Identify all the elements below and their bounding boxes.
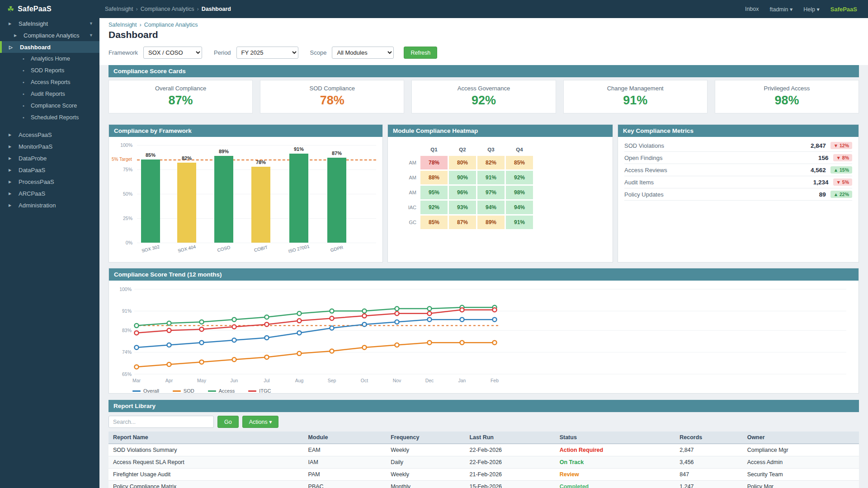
trend-chart: 100%91%83%74%65%MarAprMayJunJulAugSepOct…: [109, 281, 859, 387]
trend-point: [297, 352, 302, 356]
score-card-value: 78%: [262, 94, 402, 108]
trend-line-overall: [137, 319, 495, 347]
sidebar-item-arcpaas[interactable]: ▶ARCPaaS: [0, 188, 99, 199]
sidebar-item-label: Compliance Analytics: [24, 32, 80, 39]
brand-name: SafePaaS: [18, 5, 52, 13]
report-name-cell: Policy Compliance Matrix: [108, 481, 304, 488]
expand-arrow-icon: ▶: [9, 180, 11, 184]
table-row[interactable]: Firefighter Usage AuditPAMWeekly21-Feb-2…: [108, 469, 859, 481]
report-col-header: Frequency: [386, 432, 465, 444]
search-input[interactable]: [108, 416, 214, 428]
trend-point: [297, 319, 302, 323]
trend-panel: Compliance Score Trend (12 months) 100%9…: [108, 268, 859, 394]
bar-coso: [214, 156, 233, 243]
table-row[interactable]: SOD Violations SummaryEAMWeekly22-Feb-20…: [108, 444, 859, 456]
owner-cell: Compliance Mgr: [743, 444, 859, 456]
sidebar-item-label: Dashboard: [20, 44, 51, 51]
score-card-label: Overall Compliance: [111, 85, 250, 92]
legend-item-sod: SOD: [173, 388, 194, 394]
sidebar-item-safeinsight[interactable]: ▶SafeInsight▼: [0, 18, 99, 29]
sidebar-item-sod-reports[interactable]: •SOD Reports: [0, 65, 99, 76]
inbox-link[interactable]: Inbox: [745, 6, 759, 12]
trend-x-tick: Mar: [132, 378, 141, 383]
sidebar-item-label: Compliance Score: [31, 103, 77, 109]
trend-point: [330, 316, 334, 320]
sidebar-item-dataprobe[interactable]: ▶DataProbe: [0, 152, 99, 164]
page-crumb-compliance-analytics[interactable]: Compliance Analytics: [144, 22, 198, 28]
heatmap-col-header: Q4: [506, 145, 533, 155]
help-menu[interactable]: Help ▾: [803, 6, 819, 13]
user-menu[interactable]: ftadmin ▾: [770, 6, 793, 13]
sidebar-item-label: Audit Reports: [31, 91, 65, 97]
refresh-button[interactable]: Refresh: [404, 47, 437, 59]
go-button[interactable]: Go: [217, 416, 239, 428]
module-cell: IAM: [304, 456, 387, 469]
metric-row: Access Reviews4,562▲ 15%: [624, 164, 852, 176]
table-row[interactable]: Access Request SLA ReportIAMDaily22-Feb-…: [108, 456, 859, 469]
sidebar-item-dashboard[interactable]: ▷Dashboard: [0, 41, 99, 53]
heatmap-row: AM88%90%91%92%: [392, 171, 533, 184]
heatmap-row-label: AM: [392, 186, 419, 199]
x-axis-label: SOX 302: [134, 242, 167, 255]
table-row[interactable]: Policy Compliance MatrixPBACMonthly15-Fe…: [108, 481, 859, 488]
sidebar-brand: ☘ SafePaaS: [0, 0, 99, 18]
trend-point: [395, 343, 399, 347]
metric-label: Open Findings: [624, 155, 663, 161]
score-card-label: Change Management: [566, 85, 705, 92]
bar-sox-404: [177, 163, 196, 243]
report-library-header: Report Library: [108, 400, 859, 412]
scope-select[interactable]: All Modules: [332, 47, 394, 59]
score-card: Change Management91%: [563, 80, 708, 113]
heatmap-col-header: Q1: [420, 145, 448, 155]
score-card-value: 91%: [566, 94, 705, 108]
trend-y-tick: 74%: [122, 349, 132, 355]
x-axis-label: SOX 404: [170, 242, 203, 255]
sidebar-item-audit-reports[interactable]: •Audit Reports: [0, 88, 99, 100]
report-col-header: Report Name: [108, 432, 304, 444]
topbar-crumb-compliance-analytics[interactable]: Compliance Analytics: [141, 6, 194, 12]
last-run-cell: 22-Feb-2026: [465, 456, 555, 469]
legend-item-access: Access: [208, 388, 235, 394]
framework-label: Framework: [108, 49, 138, 56]
framework-select[interactable]: SOX / COSO: [143, 47, 202, 59]
bullet-icon: •: [23, 56, 24, 61]
actions-button[interactable]: Actions ▾: [242, 416, 279, 428]
sidebar-item-compliance-score[interactable]: •Compliance Score: [0, 100, 99, 112]
framework-chart-title: Compliance by Framework: [109, 125, 382, 137]
heatmap-cell: 98%: [506, 186, 533, 199]
sidebar-item-scheduled-reports[interactable]: •Scheduled Reports: [0, 112, 99, 123]
topbar-crumb-safeinsight[interactable]: SafeInsight: [105, 6, 133, 12]
bullet-icon: •: [23, 68, 24, 73]
x-axis-label: GDPR: [320, 242, 354, 255]
trend-point: [493, 308, 497, 312]
legend-swatch: [248, 390, 256, 392]
heatmap-table-wrap: Q1Q2Q3Q4AM78%80%82%85%AM88%90%91%92%AM95…: [388, 137, 613, 230]
trend-point: [135, 331, 139, 335]
framework-chart-panel: Compliance by Framework 0%25%50%75%100%5…: [108, 124, 383, 263]
heatmap-row: AM95%96%97%98%: [392, 186, 533, 199]
metric-row: SOD Violations2,847▼ 12%: [624, 140, 852, 152]
sidebar-item-datapaas[interactable]: ▶DataPaaS: [0, 164, 99, 176]
bar-value-label: 82%: [173, 155, 200, 161]
sidebar-item-compliance-analytics[interactable]: ▶Compliance Analytics▼: [0, 29, 99, 41]
owner-cell: Access Admin: [743, 456, 859, 469]
records-cell: 2,847: [675, 444, 742, 456]
sidebar-item-processpaas[interactable]: ▶ProcessPaaS: [0, 176, 99, 188]
heatmap-col-header: Q3: [477, 145, 505, 155]
sidebar-item-administration[interactable]: ▶Administration: [0, 199, 99, 211]
sidebar-item-accesspaas[interactable]: ▶AccessPaaS: [0, 129, 99, 141]
sidebar-item-label: Scheduled Reports: [31, 114, 79, 121]
sidebar-item-monitorpaas[interactable]: ▶MonitorPaaS: [0, 141, 99, 152]
trend-point: [232, 318, 236, 322]
heatmap-row: AM78%80%82%85%: [392, 156, 533, 169]
heatmap-cell: 95%: [420, 186, 448, 199]
page-header: SafeInsight › Compliance Analytics Dashb…: [99, 18, 868, 65]
sidebar-item-analytics-home[interactable]: •Analytics Home: [0, 53, 99, 65]
sidebar-item-label: Access Reports: [31, 79, 71, 85]
trend-x-tick: Apr: [165, 378, 173, 383]
bullet-icon: •: [23, 91, 24, 97]
metric-value: 156: [818, 155, 829, 161]
period-select[interactable]: FY 2025: [236, 47, 298, 59]
sidebar-item-access-reports[interactable]: •Access Reports: [0, 76, 99, 88]
page-crumb-safeinsight[interactable]: SafeInsight: [108, 22, 137, 28]
